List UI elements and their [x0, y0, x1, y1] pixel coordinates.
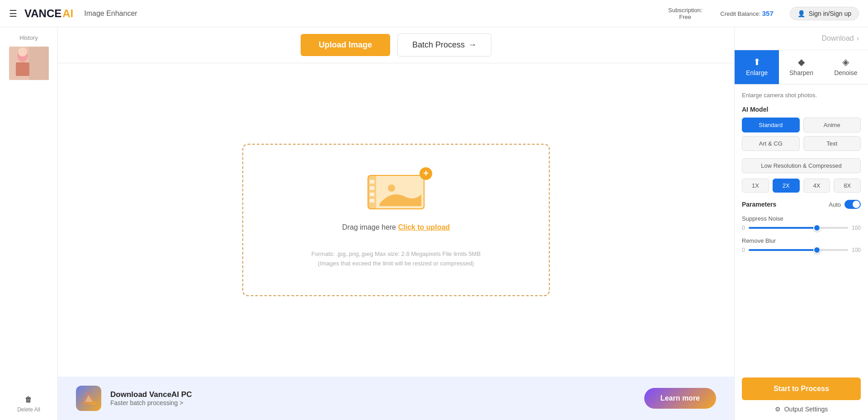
panel-description: Enlarge camera shot photos. [742, 92, 861, 99]
model-standard-button[interactable]: Standard [742, 118, 800, 132]
vanceai-app-icon [76, 386, 101, 411]
gear-icon: ⚙ [775, 406, 781, 413]
menu-icon[interactable]: ☰ [9, 8, 17, 19]
batch-label: Batch Process [412, 40, 465, 50]
suppress-noise-section: Suppress Noise 0 100 [742, 215, 861, 231]
upload-image-button[interactable]: Upload Image [301, 34, 390, 56]
scale-4x-button[interactable]: 4X [803, 179, 830, 193]
svg-rect-10 [370, 199, 374, 203]
add-image-icon: + [420, 167, 432, 180]
remove-blur-slider[interactable] [749, 249, 848, 251]
drop-icon-wrap: + [364, 172, 428, 214]
credit-value: 357 [762, 9, 774, 17]
remove-blur-section: Remove Blur 0 100 [742, 237, 861, 253]
signin-label: Sign in/Sign up [809, 10, 851, 17]
batch-process-button[interactable]: Batch Process → [397, 33, 491, 57]
credit-info: Credit Balance: 357 [720, 9, 774, 17]
banner-subtitle: Faster batch processing > [110, 399, 635, 406]
parameters-label: Parameters [742, 201, 776, 208]
download-label: Download [822, 34, 854, 42]
drag-label: Drag image here [342, 223, 398, 231]
svg-rect-4 [29, 47, 49, 80]
mode-tabs: ⬆ Enlarge ◆ Sharpen ◈ Denoise [735, 50, 868, 85]
svg-rect-8 [370, 186, 374, 190]
logo[interactable]: VANCE AI [24, 7, 73, 20]
history-label: History [19, 34, 38, 41]
subscription-label: Subscription: [668, 7, 702, 14]
toolbar: Upload Image Batch Process → [58, 27, 734, 63]
scale-1x-button[interactable]: 1X [742, 179, 769, 193]
enlarge-icon: ⬆ [753, 57, 761, 67]
subscription-value: Free [668, 14, 702, 20]
parameters-row: Parameters Auto [742, 200, 861, 209]
panel-body: Enlarge camera shot photos. AI Model Sta… [735, 85, 868, 378]
denoise-icon: ◈ [842, 57, 849, 67]
model-grid: Standard Anime Art & CG Text [742, 118, 861, 151]
suppress-noise-label: Suppress Noise [742, 215, 783, 222]
toggle-knob [853, 201, 860, 208]
upload-area: + Drag image here Click to upload Format… [58, 63, 734, 377]
auto-toggle-switch[interactable] [844, 200, 861, 209]
scale-2x-button[interactable]: 2X [773, 179, 800, 193]
auto-label: Auto [829, 201, 841, 208]
sharpen-icon: ◆ [798, 57, 805, 67]
sidebar: History 🗑 Delete All [0, 27, 58, 420]
page-title: Image Enhancer [84, 9, 137, 18]
scale-row: 1X 2X 4X 8X [742, 179, 861, 193]
download-banner: Download VanceAI PC Faster batch process… [58, 377, 734, 420]
sharpen-label: Sharpen [789, 69, 813, 76]
svg-rect-7 [370, 180, 374, 184]
batch-arrow-icon: → [468, 40, 476, 50]
svg-rect-9 [370, 193, 374, 196]
user-icon: 👤 [797, 10, 805, 17]
svg-point-11 [388, 184, 395, 192]
delete-all-button[interactable]: 🗑 Delete All [17, 396, 40, 420]
format-info-line2: (Images that exceed the limit will be re… [311, 259, 481, 269]
suppress-noise-slider[interactable] [749, 227, 848, 229]
denoise-label: Denoise [834, 69, 857, 76]
subscription-info: Subscription: Free [668, 7, 702, 20]
remove-blur-label: Remove Blur [742, 237, 776, 244]
history-thumbnail[interactable] [9, 47, 49, 80]
click-to-upload[interactable]: Click to upload [398, 223, 450, 231]
drop-zone[interactable]: + Drag image here Click to upload Format… [242, 144, 550, 297]
download-arrow-icon: › [857, 34, 859, 42]
svg-rect-3 [16, 62, 29, 76]
tab-enlarge[interactable]: ⬆ Enlarge [735, 50, 779, 84]
model-anime-button[interactable]: Anime [803, 118, 861, 132]
start-process-button[interactable]: Start to Process [742, 378, 861, 400]
svg-point-2 [18, 47, 27, 57]
download-bar: Download › [735, 27, 868, 50]
right-panel: Download › ⬆ Enlarge ◆ Sharpen ◈ Denoise… [734, 27, 868, 420]
remove-blur-min: 0 [742, 247, 745, 253]
model-art-cg-button[interactable]: Art & CG [742, 136, 800, 151]
auto-toggle[interactable]: Auto [829, 200, 861, 209]
enlarge-label: Enlarge [746, 69, 768, 76]
logo-vance: VANCE [24, 7, 61, 20]
banner-title: Download VanceAI PC [110, 390, 635, 399]
suppress-noise-min: 0 [742, 225, 745, 231]
scale-8x-button[interactable]: 8X [834, 179, 861, 193]
format-info-line1: Formats: .jpg,.png,.jpeg Max size: 2.8 M… [311, 250, 481, 259]
upload-image-icon [364, 172, 428, 212]
navbar: ☰ VANCE AI Image Enhancer Subscription: … [0, 0, 868, 27]
signin-button[interactable]: 👤 Sign in/Sign up [790, 7, 859, 20]
ai-model-title: AI Model [742, 106, 861, 113]
download-button[interactable]: Download › [822, 34, 859, 42]
learn-more-button[interactable]: Learn more [644, 388, 716, 409]
suppress-noise-slider-wrap: 0 100 [742, 225, 861, 231]
remove-blur-slider-wrap: 0 100 [742, 247, 861, 253]
model-text-button[interactable]: Text [803, 136, 861, 151]
output-settings-label: Output Settings [784, 406, 828, 413]
banner-text: Download VanceAI PC Faster batch process… [110, 390, 635, 406]
model-low-res-button[interactable]: Low Resolution & Compressed [742, 158, 861, 173]
suppress-noise-max: 100 [852, 225, 861, 231]
drag-text: Drag image here Click to upload [342, 223, 450, 231]
main-layout: History 🗑 Delete All Upload Image Batch … [0, 27, 868, 420]
credit-label: Credit Balance: [720, 10, 760, 17]
tab-denoise[interactable]: ◈ Denoise [824, 50, 868, 84]
output-settings-button[interactable]: ⚙ Output Settings [735, 406, 868, 420]
remove-blur-max: 100 [852, 247, 861, 253]
tab-sharpen[interactable]: ◆ Sharpen [779, 50, 823, 84]
trash-icon: 🗑 [25, 396, 32, 404]
